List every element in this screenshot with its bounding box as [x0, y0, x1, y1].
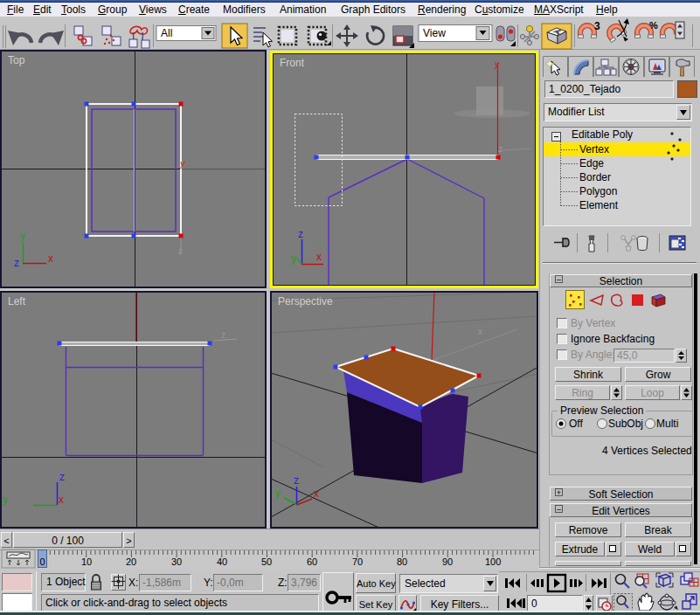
svg-text:y: y [291, 252, 296, 265]
svg-text:90: 90 [442, 556, 453, 567]
svg-text:0: 0 [40, 556, 45, 567]
svg-text:70: 70 [352, 556, 363, 567]
svg-text:z: z [294, 474, 299, 487]
svg-text:x: x [314, 487, 319, 500]
svg-text:Top: Top [8, 54, 25, 66]
svg-text:10: 10 [81, 556, 92, 567]
svg-text:100: 100 [485, 556, 501, 567]
svg-text:80: 80 [397, 556, 407, 567]
svg-text:20: 20 [126, 556, 136, 567]
svg-text:y: y [179, 158, 186, 169]
svg-text:z: z [59, 471, 65, 483]
svg-text:x: x [478, 327, 482, 336]
svg-text:All: All [161, 27, 172, 39]
svg-text:z: z [178, 246, 183, 256]
svg-text:x: x [59, 494, 64, 506]
svg-text:Front: Front [280, 57, 305, 69]
svg-text:x: x [316, 251, 322, 263]
svg-text:y: y [494, 59, 501, 69]
svg-text:y: y [20, 230, 25, 242]
svg-text:50: 50 [261, 556, 272, 567]
svg-text:30: 30 [171, 556, 182, 567]
svg-text:y: y [275, 487, 281, 499]
svg-text:z: z [221, 330, 225, 340]
svg-text:Perspective: Perspective [278, 295, 333, 308]
svg-text:View: View [423, 27, 446, 39]
svg-text:y: y [3, 494, 8, 506]
svg-text:z: z [14, 257, 19, 269]
svg-text:3: 3 [594, 20, 600, 32]
svg-text:%: % [649, 20, 658, 31]
svg-text:z: z [498, 144, 502, 154]
svg-text:x: x [48, 252, 53, 265]
svg-text:Left: Left [8, 295, 26, 308]
svg-text:40: 40 [217, 556, 227, 567]
svg-text:60: 60 [307, 556, 317, 567]
svg-text:z: z [298, 228, 303, 240]
